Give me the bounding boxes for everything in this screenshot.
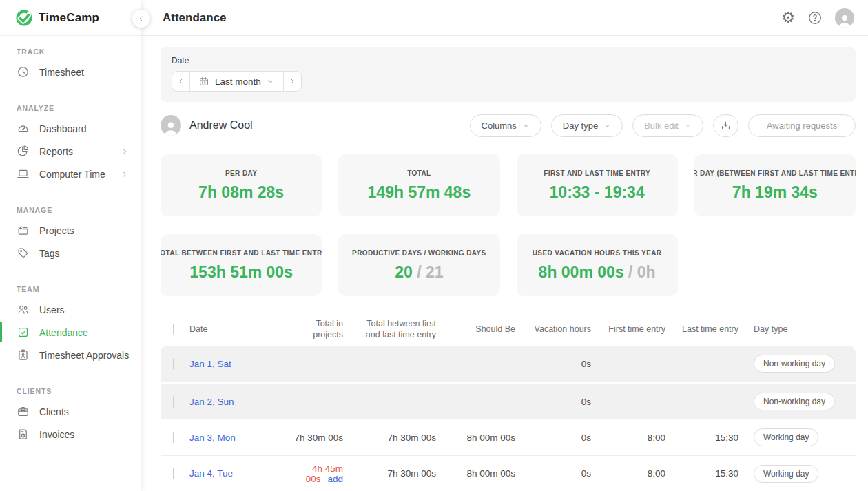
date-link[interactable]: Jan 3, Mon [189,432,236,443]
laptop-icon [17,167,30,180]
sidebar-item-users[interactable]: Users [0,298,141,321]
prev-period-button[interactable] [172,71,190,92]
briefcase-icon [17,405,30,418]
sidebar: TimeCamp TRACK Timesheet ANALYZE Dashboa… [0,0,141,491]
vacation-hours-cell: 0s [524,468,599,479]
stat-label: FIRST AND LAST TIME ENTRY [544,169,650,177]
clock-icon [17,65,30,79]
sidebar-collapse-button[interactable] [132,10,150,28]
day-type-badge[interactable]: Working day [754,428,818,446]
sidebar-item-timesheet[interactable]: Timesheet [0,61,141,83]
brand-logo[interactable]: TimeCamp [0,0,141,36]
total-in-projects-cell: 7h 30m 00s [286,432,351,443]
stat-label: PER DAY (BETWEEN FIRST AND LAST TIME ENT… [694,169,856,177]
sidebar-item-tags[interactable]: Tags [0,242,141,264]
help-icon[interactable] [807,10,823,25]
sidebar-item-label: Tags [39,248,60,259]
stat-per-day-between: PER DAY (BETWEEN FIRST AND LAST TIME ENT… [694,154,856,216]
sidebar-item-label: Users [39,304,65,315]
row-checkbox[interactable] [173,432,174,443]
chevron-down-icon [603,122,611,129]
row-checkbox[interactable] [173,358,174,370]
user-avatar[interactable] [835,8,854,28]
sidebar-item-clients[interactable]: Clients [0,400,141,423]
sidebar-item-invoices[interactable]: $ Invoices [0,423,141,446]
stat-first-last-entry: FIRST AND LAST TIME ENTRY 10:33 - 19:34 [517,154,678,216]
awaiting-requests-button[interactable]: Awaiting requests [748,114,856,137]
filter-panel: Date Last month [161,47,856,102]
settings-gear-icon[interactable]: ⚙ [781,10,795,25]
date-link[interactable]: Jan 1, Sat [189,359,231,369]
day-type-badge[interactable]: Non-working day [754,393,835,410]
invoice-icon: $ [17,428,30,441]
day-type-dropdown[interactable]: Day type [551,114,623,137]
table-row: Jan 3, Mon 7h 30m 00s 7h 30m 00s 8h 00m … [161,419,856,455]
section-label-clients: CLIENTS [0,375,141,400]
row-checkbox[interactable] [173,396,174,408]
stat-value: 7h 08m 28s [198,183,284,202]
sidebar-item-attendance[interactable]: Attendance [0,321,141,344]
stat-productive-days: PRODUCTIVE DAYS / WORKING DAYS 20 / 21 [338,234,499,296]
clipboard-person-icon [17,348,30,362]
stat-suffix: / 21 [413,263,444,281]
date-link[interactable]: Jan 2, Sun [189,397,234,407]
calendar-icon [198,76,209,87]
day-type-badge[interactable]: Non-working day [754,355,835,373]
svg-text:$: $ [22,433,24,437]
next-period-button[interactable] [283,71,302,92]
select-all-checkbox[interactable] [173,324,174,335]
stat-per-day: PER DAY 7h 08m 28s [161,154,322,216]
total-between-cell: 7h 30m 00s [351,432,444,443]
bulk-edit-dropdown[interactable]: Bulk edit [632,114,703,137]
stat-suffix: / 0h [624,263,656,281]
table-row: Jan 1, Sat 0s Non-working day [161,346,856,382]
employee-avatar [161,115,181,136]
add-time-link[interactable]: add [327,474,343,484]
date-range-control: Last month [172,71,302,92]
columns-dropdown[interactable]: Columns [470,114,541,137]
sidebar-item-dashboard[interactable]: Dashboard [0,117,141,140]
day-type-dropdown-label: Day type [563,121,598,131]
stat-total: TOTAL 149h 57m 48s [338,154,499,216]
sidebar-item-label: Attendance [39,327,88,338]
export-button[interactable] [713,114,738,137]
content: Date Last month [141,36,868,491]
sidebar-item-projects[interactable]: Projects [0,219,141,242]
day-type-badge[interactable]: Working day [754,465,818,483]
section-label-team: TEAM [0,273,141,298]
col-first-time-entry: First time entry [599,324,674,335]
sidebar-item-computer-time[interactable]: Computer Time [0,163,141,185]
chevron-down-icon [684,122,692,129]
col-should-be: Should Be [444,324,524,335]
section-label-track: TRACK [0,36,141,61]
sidebar-item-label: Reports [39,146,73,157]
stat-value: 7h 19m 34s [732,183,818,202]
stat-value: 20 / 21 [395,263,443,282]
stat-used-vacation: USED VACATION HOURS THIS YEAR 8h 00m 00s… [517,234,678,296]
bulk-edit-dropdown-label: Bulk edit [644,121,679,131]
date-link[interactable]: Jan 4, Tue [189,468,233,479]
col-total-in-projects: Total in projects [286,319,351,340]
should-be-cell: 8h 00m 00s [444,468,524,479]
main-area: Attendance ⚙ Date [141,0,868,491]
download-icon [720,120,732,132]
vacation-hours-cell: 0s [524,397,599,407]
sidebar-item-reports[interactable]: Reports [0,140,141,163]
row-checkbox[interactable] [173,468,174,479]
date-filter-label: Date [172,56,845,65]
attendance-table-body: Jan 1, Sat 0s Non-working day Jan 2, Sun… [161,346,856,491]
chevron-down-icon [522,122,530,129]
employee-name: Andrew Cool [189,119,253,132]
col-date: Date [189,324,286,335]
sidebar-item-label: Invoices [39,429,74,440]
sidebar-item-timesheet-approvals[interactable]: Timesheet Approvals [0,344,141,366]
sidebar-item-label: Computer Time [39,169,105,180]
stat-label: TOTAL [407,169,431,177]
awaiting-requests-label: Awaiting requests [767,121,837,131]
table-toolbar: Columns Day type Bulk edit [470,114,856,137]
stat-value: 149h 57m 48s [368,183,471,202]
user-row: Andrew Cool Columns Day type Bulk edit [161,112,856,139]
table-row: Jan 2, Sun 0s Non-working day [161,384,856,419]
col-last-time-entry: Last time entry [674,324,747,335]
date-range-dropdown[interactable]: Last month [189,71,284,92]
